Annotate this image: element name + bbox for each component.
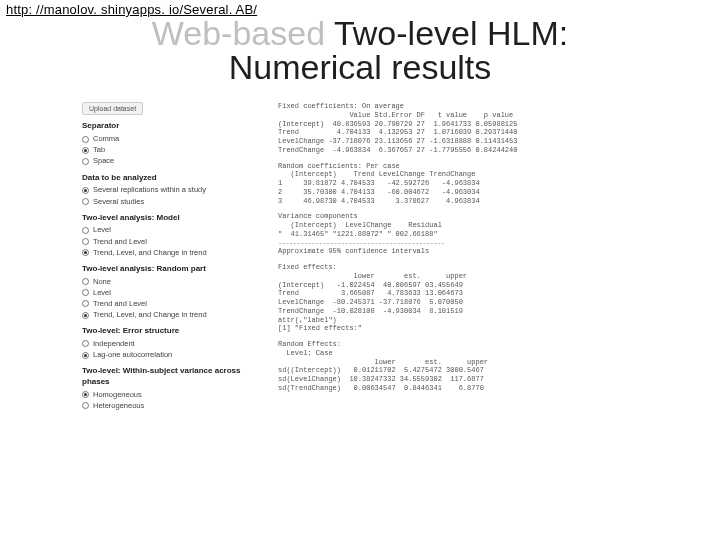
output-line: [1] "Fixed effects:" bbox=[278, 324, 638, 333]
radio-label: Lag-one autocorrelation bbox=[93, 350, 172, 360]
output-line: Random coefficients: Per case bbox=[278, 162, 638, 171]
radio-icon bbox=[82, 300, 89, 307]
radio-option[interactable]: Lag-one autocorrelation bbox=[82, 350, 262, 360]
upload-button[interactable]: Upload dataset bbox=[82, 102, 143, 115]
output-line: (Intercept) LevelChange Residual bbox=[278, 221, 638, 230]
radio-label: Space bbox=[93, 156, 114, 166]
option-group: Two-level analysis: ModelLevelTrend and … bbox=[82, 213, 262, 258]
radio-icon bbox=[82, 136, 89, 143]
radio-label: Level bbox=[93, 225, 111, 235]
radio-label: Homogeneous bbox=[93, 390, 142, 400]
app-panel: Upload dataset SeparatorCommaTabSpaceDat… bbox=[82, 102, 640, 540]
radio-option[interactable]: Tab bbox=[82, 145, 262, 155]
output-line: Fixed coefficients: On average bbox=[278, 102, 638, 111]
radio-icon bbox=[82, 289, 89, 296]
radio-option[interactable]: Trend and Level bbox=[82, 299, 262, 309]
output-line: sd(LevelChange) 10.38247332 34.5559302 1… bbox=[278, 375, 638, 384]
radio-icon bbox=[82, 391, 89, 398]
radio-icon bbox=[82, 340, 89, 347]
output-line: Variance components bbox=[278, 212, 638, 221]
radio-label: Comma bbox=[93, 134, 119, 144]
output-line: TrendChange -10.028108 -4.930034 8.10151… bbox=[278, 307, 638, 316]
title-dark: Two-level HLM: bbox=[325, 14, 568, 52]
radio-icon bbox=[82, 158, 89, 165]
group-title: Two-level: Error structure bbox=[82, 326, 262, 337]
output-line: (Intercept) 40.836593 20.790729 27 1.964… bbox=[278, 120, 638, 129]
radio-label: Several replications within a study bbox=[93, 185, 206, 195]
radio-option[interactable]: None bbox=[82, 277, 262, 287]
option-group: Two-level: Within-subject variance acros… bbox=[82, 366, 262, 411]
output-pane: Fixed coefficients: On average Value Std… bbox=[278, 102, 638, 393]
output-line: LevelChange -37.718076 23.113656 27 -1.6… bbox=[278, 137, 638, 146]
sidebar: Upload dataset SeparatorCommaTabSpaceDat… bbox=[82, 102, 262, 417]
output-line: 2 35.70300 4.704133 -60.004672 -4.963034 bbox=[278, 188, 638, 197]
radio-label: Trend, Level, and Change in trend bbox=[93, 248, 207, 258]
option-group: SeparatorCommaTabSpace bbox=[82, 121, 262, 166]
radio-label: None bbox=[93, 277, 111, 287]
radio-option[interactable]: Several studies bbox=[82, 197, 262, 207]
output-line: (Intercept) Trend LevelChange TrendChang… bbox=[278, 170, 638, 179]
radio-option[interactable]: Level bbox=[82, 225, 262, 235]
radio-option[interactable]: Several replications within a study bbox=[82, 185, 262, 195]
output-line: sd((Intercept)) 0.01211702 5.4275472 300… bbox=[278, 366, 638, 375]
group-title: Two-level analysis: Random part bbox=[82, 264, 262, 275]
radio-label: Level bbox=[93, 288, 111, 298]
radio-icon bbox=[82, 278, 89, 285]
radio-icon bbox=[82, 147, 89, 154]
radio-label: Several studies bbox=[93, 197, 144, 207]
group-title: Data to be analyzed bbox=[82, 173, 262, 184]
output-line: " 41.31465" "1221.88072" " 002.66188" bbox=[278, 230, 638, 239]
radio-option[interactable]: Trend, Level, and Change in trend bbox=[82, 248, 262, 258]
radio-icon bbox=[82, 312, 89, 319]
output-line: TrendChange -4.963834 6.367657 27 -1.779… bbox=[278, 146, 638, 155]
output-line: 3 46.98730 4.704533 3.378627 4.963834 bbox=[278, 197, 638, 206]
title-faint: Web-based bbox=[152, 14, 325, 52]
radio-icon bbox=[82, 187, 89, 194]
output-line: Fixed effects: bbox=[278, 263, 638, 272]
output-line: (Intercept) -1.022454 40.006597 03.45564… bbox=[278, 281, 638, 290]
radio-option[interactable]: Space bbox=[82, 156, 262, 166]
radio-label: Independent bbox=[93, 339, 135, 349]
radio-option[interactable]: Homogeneous bbox=[82, 390, 262, 400]
output-line: Approximate 95% confidence intervals bbox=[278, 247, 638, 256]
output-line: ----------------------------------------… bbox=[278, 239, 638, 248]
output-line: lower est. upper bbox=[278, 272, 638, 281]
radio-label: Heterogeneous bbox=[93, 401, 144, 411]
output-line: 1 39.81872 4.704533 -42.592726 -4.963834 bbox=[278, 179, 638, 188]
output-line: attr(,"label") bbox=[278, 316, 638, 325]
radio-icon bbox=[82, 402, 89, 409]
output-line: Level: Case bbox=[278, 349, 638, 358]
output-line: LevelChange -80.245371 -37.718076 5.0700… bbox=[278, 298, 638, 307]
radio-icon bbox=[82, 352, 89, 359]
radio-label: Trend, Level, and Change in trend bbox=[93, 310, 207, 320]
radio-icon bbox=[82, 198, 89, 205]
radio-option[interactable]: Comma bbox=[82, 134, 262, 144]
radio-label: Tab bbox=[93, 145, 105, 155]
option-group: Two-level analysis: Random partNoneLevel… bbox=[82, 264, 262, 320]
radio-option[interactable]: Heterogeneous bbox=[82, 401, 262, 411]
radio-option[interactable]: Independent bbox=[82, 339, 262, 349]
option-group: Data to be analyzedSeveral replications … bbox=[82, 173, 262, 207]
output-line: Random Effects: bbox=[278, 340, 638, 349]
output-line: Value Std.Error DF t value p value bbox=[278, 111, 638, 120]
output-line: sd(TrendChange) 0.00634547 0.8446341 6.8… bbox=[278, 384, 638, 393]
radio-icon bbox=[82, 249, 89, 256]
radio-option[interactable]: Level bbox=[82, 288, 262, 298]
slide-title: Web-based Two-level HLM: Numerical resul… bbox=[0, 16, 720, 85]
group-title: Two-level analysis: Model bbox=[82, 213, 262, 224]
output-line: Trend 4.704133 4.132953 27 1.0716039 0.2… bbox=[278, 128, 638, 137]
output-line: lower est. upper bbox=[278, 358, 638, 367]
title-line2: Numerical results bbox=[0, 50, 720, 86]
radio-option[interactable]: Trend, Level, and Change in trend bbox=[82, 310, 262, 320]
group-title: Separator bbox=[82, 121, 262, 132]
option-group: Two-level: Error structureIndependentLag… bbox=[82, 326, 262, 360]
radio-label: Trend and Level bbox=[93, 237, 147, 247]
radio-icon bbox=[82, 238, 89, 245]
radio-option[interactable]: Trend and Level bbox=[82, 237, 262, 247]
output-line: Trend 3.665087 4.783633 13.064673 bbox=[278, 289, 638, 298]
group-title: Two-level: Within-subject variance acros… bbox=[82, 366, 262, 388]
radio-label: Trend and Level bbox=[93, 299, 147, 309]
radio-icon bbox=[82, 227, 89, 234]
